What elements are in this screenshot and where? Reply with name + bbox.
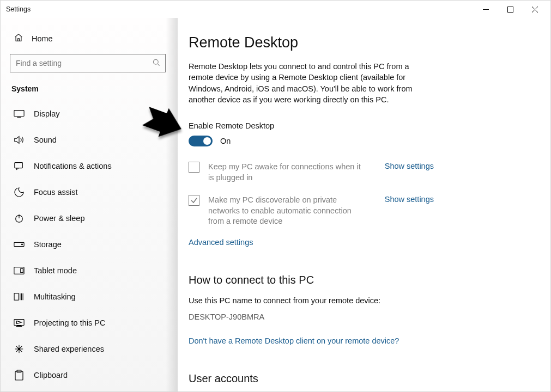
svg-line-5 [158,64,159,65]
window-body: Home System Display Sound [1,18,550,391]
keep-awake-show-settings-link[interactable]: Show settings [385,162,434,170]
close-button[interactable] [523,2,547,17]
options-grid: Keep my PC awake for connections when it… [189,162,434,227]
svg-point-24 [19,348,20,350]
svg-rect-13 [14,267,24,274]
user-accounts-header: User accounts [189,372,534,385]
toggle-state-label: On [220,137,231,145]
svg-rect-6 [14,111,24,117]
sidebar-item-label: Notifications & actions [34,162,112,170]
sidebar-item-power-sleep[interactable]: Power & sleep [8,205,172,231]
toggle-knob [203,137,211,145]
nav-list: Display Sound Notifications & actions Fo… [8,101,172,388]
search-icon [152,58,161,69]
enable-label: Enable Remote Desktop [189,121,534,130]
display-icon [14,109,25,118]
svg-point-4 [153,59,158,64]
connect-header: How to connect to this PC [189,274,534,286]
svg-rect-1 [508,7,513,12]
sidebar-item-shared-experiences[interactable]: Shared experiences [8,336,172,362]
sidebar-item-notifications[interactable]: Notifications & actions [8,153,172,179]
sidebar-item-label: Clipboard [34,371,68,379]
keep-awake-text: Keep my PC awake for connections when it… [208,162,361,183]
storage-icon [14,241,25,248]
projecting-icon [14,318,25,327]
svg-rect-8 [15,163,23,168]
search-box[interactable] [10,54,166,72]
sidebar-item-storage[interactable]: Storage [8,231,172,258]
sidebar-item-label: Multitasking [34,292,76,301]
sidebar-item-label: Storage [34,240,62,249]
sound-icon [14,135,25,145]
power-icon [14,213,25,223]
sidebar-item-multitasking[interactable]: Multitasking [8,284,172,310]
home-nav[interactable]: Home [8,27,172,54]
enable-toggle-row: On [189,136,534,146]
minimize-button[interactable] [474,2,498,17]
sidebar-item-label: Tablet mode [34,266,77,275]
pc-name: DESKTOP-J90BMRA [189,313,534,321]
search-input[interactable] [16,59,152,68]
keep-awake-checkbox[interactable] [189,162,199,173]
page-description: Remote Desktop lets you connect to and c… [189,61,434,105]
sidebar-item-label: Sound [34,136,57,144]
sidebar-item-display[interactable]: Display [8,101,172,127]
sidebar-item-label: Focus assist [34,188,78,197]
home-label: Home [32,34,53,43]
sidebar-item-label: Shared experiences [34,345,104,353]
notifications-icon [14,161,25,171]
window-title: Settings [6,5,31,13]
discoverable-show-settings-link[interactable]: Show settings [385,195,434,204]
main-content: Remote Desktop Remote Desktop lets you c… [178,18,550,391]
sidebar-item-label: Power & sleep [34,214,85,223]
no-client-link[interactable]: Don't have a Remote Desktop client on yo… [189,336,399,345]
enable-toggle[interactable] [189,136,213,146]
advanced-settings-link[interactable]: Advanced settings [189,238,253,247]
sidebar-item-tablet-mode[interactable]: Tablet mode [8,258,172,284]
tablet-mode-icon [14,266,25,275]
page-title: Remote Desktop [189,34,534,51]
sidebar-item-label: Projecting to this PC [34,318,105,327]
shared-experiences-icon [14,344,25,354]
sidebar-item-focus-assist[interactable]: Focus assist [8,179,172,205]
svg-rect-14 [21,268,23,272]
window-buttons [474,2,547,17]
settings-window: Settings Home System [0,0,551,392]
discoverable-text: Make my PC discoverable on private netwo… [208,195,361,227]
discoverable-checkbox[interactable] [189,195,199,206]
sidebar-item-projecting[interactable]: Projecting to this PC [8,310,172,336]
clipboard-icon [14,370,25,381]
sidebar-item-sound[interactable]: Sound [8,127,172,153]
sidebar: Home System Display Sound [1,18,178,391]
sidebar-item-clipboard[interactable]: Clipboard [8,362,172,388]
svg-point-12 [22,244,23,245]
home-icon [14,33,23,44]
maximize-button[interactable] [498,2,523,17]
sidebar-item-label: Display [34,109,60,118]
svg-rect-15 [14,293,19,300]
section-header: System [8,72,172,101]
focus-assist-icon [14,187,25,198]
multitasking-icon [14,292,25,301]
titlebar: Settings [1,1,550,18]
connect-text: Use this PC name to connect from your re… [189,296,534,305]
